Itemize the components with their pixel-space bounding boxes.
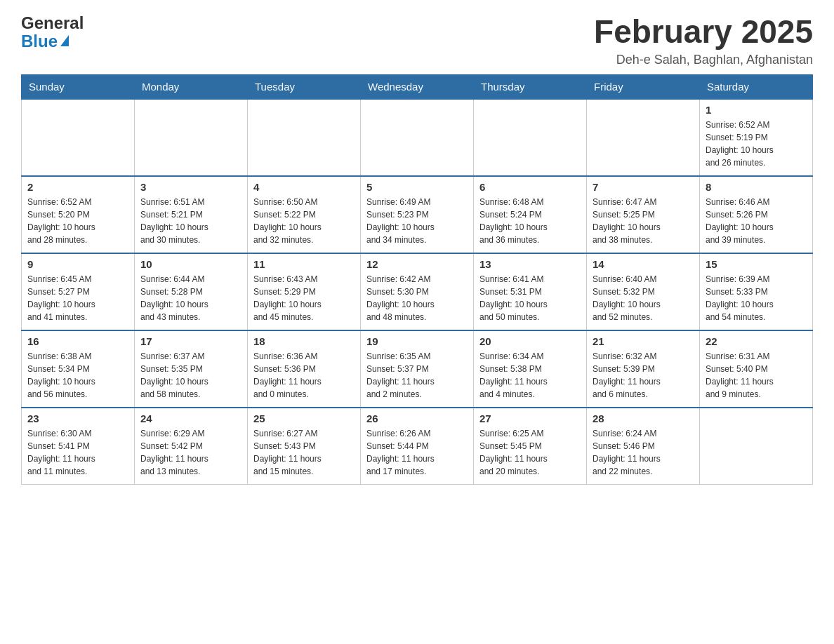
day-info: Sunrise: 6:24 AM Sunset: 5:46 PM Dayligh… (593, 427, 694, 478)
table-row: 5Sunrise: 6:49 AM Sunset: 5:23 PM Daylig… (361, 176, 474, 253)
calendar-subtitle: Deh-e Salah, Baghlan, Afghanistan (594, 53, 813, 67)
logo-general: General (21, 14, 84, 32)
day-info: Sunrise: 6:37 AM Sunset: 5:35 PM Dayligh… (140, 350, 241, 401)
day-number: 21 (593, 335, 694, 347)
day-info: Sunrise: 6:48 AM Sunset: 5:24 PM Dayligh… (479, 196, 581, 246)
day-number: 10 (140, 258, 241, 270)
week-row-1: 2Sunrise: 6:52 AM Sunset: 5:20 PM Daylig… (22, 176, 813, 253)
table-row: 2Sunrise: 6:52 AM Sunset: 5:20 PM Daylig… (22, 176, 135, 253)
table-row: 8Sunrise: 6:46 AM Sunset: 5:26 PM Daylig… (700, 176, 813, 253)
table-row: 1Sunrise: 6:52 AM Sunset: 5:19 PM Daylig… (700, 99, 813, 176)
day-number: 6 (479, 181, 581, 193)
weekday-header-row: Sunday Monday Tuesday Wednesday Thursday… (22, 74, 813, 99)
table-row: 3Sunrise: 6:51 AM Sunset: 5:21 PM Daylig… (135, 176, 248, 253)
day-number: 17 (140, 335, 241, 347)
table-row: 7Sunrise: 6:47 AM Sunset: 5:25 PM Daylig… (587, 176, 700, 253)
table-row: 4Sunrise: 6:50 AM Sunset: 5:22 PM Daylig… (248, 176, 361, 253)
day-number: 23 (27, 412, 128, 424)
logo-triangle-icon (60, 35, 69, 46)
day-info: Sunrise: 6:40 AM Sunset: 5:32 PM Dayligh… (593, 273, 694, 323)
header-tuesday: Tuesday (248, 74, 361, 99)
day-info: Sunrise: 6:32 AM Sunset: 5:39 PM Dayligh… (593, 350, 694, 401)
day-number: 4 (253, 181, 355, 193)
week-row-3: 16Sunrise: 6:38 AM Sunset: 5:34 PM Dayli… (22, 330, 813, 408)
table-row: 22Sunrise: 6:31 AM Sunset: 5:40 PM Dayli… (700, 330, 813, 408)
day-info: Sunrise: 6:46 AM Sunset: 5:26 PM Dayligh… (706, 196, 807, 246)
table-row (587, 99, 700, 176)
table-row: 13Sunrise: 6:41 AM Sunset: 5:31 PM Dayli… (474, 253, 587, 330)
day-number: 13 (479, 258, 581, 270)
table-row: 17Sunrise: 6:37 AM Sunset: 5:35 PM Dayli… (135, 330, 248, 408)
table-row: 20Sunrise: 6:34 AM Sunset: 5:38 PM Dayli… (474, 330, 587, 408)
day-number: 16 (27, 335, 128, 347)
table-row: 11Sunrise: 6:43 AM Sunset: 5:29 PM Dayli… (248, 253, 361, 330)
table-row: 28Sunrise: 6:24 AM Sunset: 5:46 PM Dayli… (587, 408, 700, 485)
table-row: 10Sunrise: 6:44 AM Sunset: 5:28 PM Dayli… (135, 253, 248, 330)
day-number: 25 (253, 412, 355, 424)
day-number: 9 (27, 258, 128, 270)
day-info: Sunrise: 6:41 AM Sunset: 5:31 PM Dayligh… (479, 273, 581, 323)
table-row: 23Sunrise: 6:30 AM Sunset: 5:41 PM Dayli… (22, 408, 135, 485)
table-row: 6Sunrise: 6:48 AM Sunset: 5:24 PM Daylig… (474, 176, 587, 253)
day-info: Sunrise: 6:26 AM Sunset: 5:44 PM Dayligh… (366, 427, 468, 478)
day-number: 3 (140, 181, 241, 193)
logo: General Blue (21, 14, 84, 51)
week-row-4: 23Sunrise: 6:30 AM Sunset: 5:41 PM Dayli… (22, 408, 813, 485)
day-info: Sunrise: 6:42 AM Sunset: 5:30 PM Dayligh… (366, 273, 468, 323)
table-row: 18Sunrise: 6:36 AM Sunset: 5:36 PM Dayli… (248, 330, 361, 408)
calendar-title: February 2025 (594, 14, 813, 50)
day-number: 18 (253, 335, 355, 347)
header-sunday: Sunday (22, 74, 135, 99)
table-row: 21Sunrise: 6:32 AM Sunset: 5:39 PM Dayli… (587, 330, 700, 408)
title-block: February 2025 Deh-e Salah, Baghlan, Afgh… (594, 14, 813, 67)
table-row: 26Sunrise: 6:26 AM Sunset: 5:44 PM Dayli… (361, 408, 474, 485)
day-number: 19 (366, 335, 468, 347)
day-info: Sunrise: 6:29 AM Sunset: 5:42 PM Dayligh… (140, 427, 241, 478)
header-thursday: Thursday (474, 74, 587, 99)
day-info: Sunrise: 6:25 AM Sunset: 5:45 PM Dayligh… (479, 427, 581, 478)
day-number: 5 (366, 181, 468, 193)
day-info: Sunrise: 6:27 AM Sunset: 5:43 PM Dayligh… (253, 427, 355, 478)
page-header: General Blue February 2025 Deh-e Salah, … (21, 14, 813, 67)
day-number: 14 (593, 258, 694, 270)
day-number: 26 (366, 412, 468, 424)
table-row: 19Sunrise: 6:35 AM Sunset: 5:37 PM Dayli… (361, 330, 474, 408)
day-info: Sunrise: 6:34 AM Sunset: 5:38 PM Dayligh… (479, 350, 581, 401)
table-row: 15Sunrise: 6:39 AM Sunset: 5:33 PM Dayli… (700, 253, 813, 330)
day-info: Sunrise: 6:52 AM Sunset: 5:19 PM Dayligh… (706, 119, 807, 169)
day-number: 1 (706, 104, 807, 116)
table-row (248, 99, 361, 176)
day-info: Sunrise: 6:43 AM Sunset: 5:29 PM Dayligh… (253, 273, 355, 323)
day-info: Sunrise: 6:50 AM Sunset: 5:22 PM Dayligh… (253, 196, 355, 246)
table-row (474, 99, 587, 176)
day-info: Sunrise: 6:49 AM Sunset: 5:23 PM Dayligh… (366, 196, 468, 246)
day-info: Sunrise: 6:35 AM Sunset: 5:37 PM Dayligh… (366, 350, 468, 401)
day-info: Sunrise: 6:31 AM Sunset: 5:40 PM Dayligh… (706, 350, 807, 401)
table-row: 14Sunrise: 6:40 AM Sunset: 5:32 PM Dayli… (587, 253, 700, 330)
day-number: 7 (593, 181, 694, 193)
header-friday: Friday (587, 74, 700, 99)
table-row: 16Sunrise: 6:38 AM Sunset: 5:34 PM Dayli… (22, 330, 135, 408)
day-number: 8 (706, 181, 807, 193)
day-info: Sunrise: 6:38 AM Sunset: 5:34 PM Dayligh… (27, 350, 128, 401)
day-number: 24 (140, 412, 241, 424)
day-info: Sunrise: 6:36 AM Sunset: 5:36 PM Dayligh… (253, 350, 355, 401)
day-info: Sunrise: 6:30 AM Sunset: 5:41 PM Dayligh… (27, 427, 128, 478)
table-row: 25Sunrise: 6:27 AM Sunset: 5:43 PM Dayli… (248, 408, 361, 485)
logo-blue: Blue (21, 32, 84, 51)
header-monday: Monday (135, 74, 248, 99)
table-row (22, 99, 135, 176)
day-info: Sunrise: 6:44 AM Sunset: 5:28 PM Dayligh… (140, 273, 241, 323)
table-row (700, 408, 813, 485)
week-row-0: 1Sunrise: 6:52 AM Sunset: 5:19 PM Daylig… (22, 99, 813, 176)
header-wednesday: Wednesday (361, 74, 474, 99)
table-row (135, 99, 248, 176)
header-saturday: Saturday (700, 74, 813, 99)
table-row (361, 99, 474, 176)
day-number: 27 (479, 412, 581, 424)
day-number: 28 (593, 412, 694, 424)
table-row: 27Sunrise: 6:25 AM Sunset: 5:45 PM Dayli… (474, 408, 587, 485)
day-number: 11 (253, 258, 355, 270)
day-info: Sunrise: 6:47 AM Sunset: 5:25 PM Dayligh… (593, 196, 694, 246)
table-row: 24Sunrise: 6:29 AM Sunset: 5:42 PM Dayli… (135, 408, 248, 485)
